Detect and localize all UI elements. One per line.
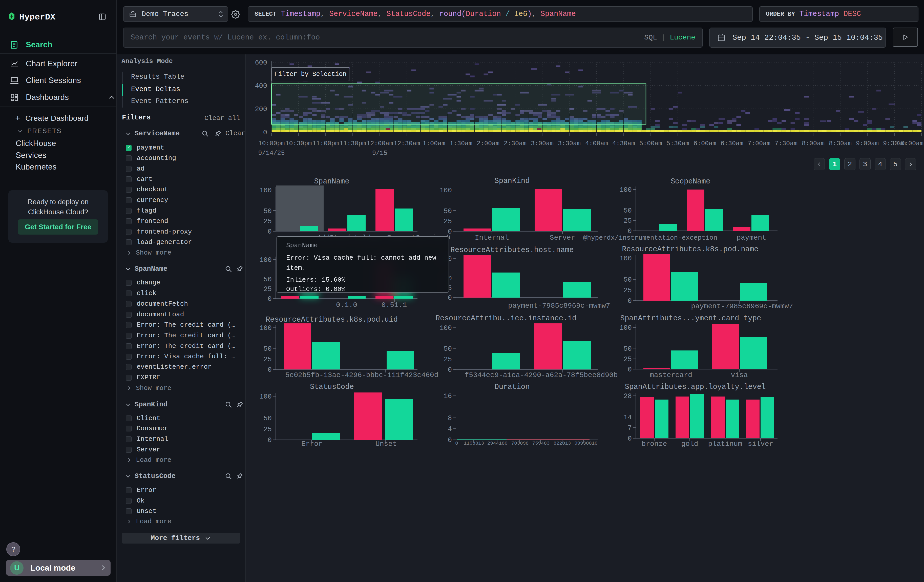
svg-text:100: 100 bbox=[259, 187, 272, 195]
svg-text:25: 25 bbox=[624, 217, 632, 225]
svg-text:payment-7985c8969c-mwmw7: payment-7985c8969c-mwmw7 bbox=[508, 302, 610, 310]
svg-text:0.51.1: 0.51.1 bbox=[381, 301, 407, 309]
svg-text:600: 600 bbox=[255, 59, 267, 66]
svg-text:50: 50 bbox=[264, 415, 272, 422]
svg-text:2:30am: 2:30am bbox=[504, 140, 526, 147]
svg-text:100: 100 bbox=[259, 393, 272, 401]
svg-text:@hyperdx/instrumentation-excep: @hyperdx/instrumentation-exception bbox=[583, 234, 718, 242]
svg-text:11:00pm: 11:00pm bbox=[312, 140, 339, 147]
svg-text:3:00am: 3:00am bbox=[531, 140, 554, 147]
svg-text:0: 0 bbox=[448, 366, 452, 374]
svg-text:0.1.0: 0.1.0 bbox=[336, 301, 357, 309]
svg-text:8: 8 bbox=[448, 414, 452, 422]
svg-text:SpanAttributes...yment.card_ty: SpanAttributes...yment.card_type bbox=[620, 314, 761, 323]
svg-text:50: 50 bbox=[264, 345, 272, 353]
svg-text:400: 400 bbox=[255, 82, 267, 90]
svg-text:11:30pm: 11:30pm bbox=[339, 140, 366, 147]
svg-text:28: 28 bbox=[624, 392, 632, 400]
svg-text:SpanAttributes.app.loyalty.lev: SpanAttributes.app.loyalty.level bbox=[625, 383, 766, 391]
svg-text:822013: 822013 bbox=[554, 440, 571, 446]
svg-text:25: 25 bbox=[444, 356, 452, 363]
svg-text:SpanKind: SpanKind bbox=[494, 177, 530, 185]
svg-text:0: 0 bbox=[268, 228, 272, 236]
svg-text:9/14/25: 9/14/25 bbox=[258, 150, 285, 157]
svg-text:4:00am: 4:00am bbox=[585, 140, 608, 147]
svg-text:25: 25 bbox=[264, 425, 272, 433]
svg-text:ResourceAttributes.k8s.pod.nam: ResourceAttributes.k8s.pod.name bbox=[622, 245, 759, 254]
svg-text:100: 100 bbox=[259, 325, 272, 332]
svg-text:5:30am: 5:30am bbox=[667, 140, 689, 147]
svg-text:Duration: Duration bbox=[494, 383, 530, 391]
svg-text:mastercard: mastercard bbox=[650, 371, 692, 379]
svg-text:25: 25 bbox=[624, 287, 632, 294]
svg-text:759483: 759483 bbox=[532, 440, 549, 446]
svg-text:ResourceAttribu..ice.instance.: ResourceAttribu..ice.instance.id bbox=[436, 314, 577, 323]
svg-text:50: 50 bbox=[624, 276, 632, 284]
svg-text:100: 100 bbox=[259, 256, 272, 264]
svg-text:0: 0 bbox=[628, 297, 632, 305]
svg-text:0: 0 bbox=[448, 228, 452, 236]
svg-text:10:00pm: 10:00pm bbox=[258, 140, 285, 147]
svg-text:1:30am: 1:30am bbox=[450, 140, 472, 147]
svg-text:50: 50 bbox=[264, 276, 272, 284]
svg-text:25: 25 bbox=[264, 285, 272, 293]
svg-text:1198813: 1198813 bbox=[464, 440, 484, 446]
svg-text:16: 16 bbox=[444, 392, 452, 400]
svg-text:ResourceAttributes.k8s.pod.uid: ResourceAttributes.k8s.pod.uid bbox=[266, 315, 398, 324]
svg-text:6:30am: 6:30am bbox=[721, 140, 743, 147]
svg-text:25: 25 bbox=[264, 218, 272, 225]
svg-text:703098: 703098 bbox=[512, 440, 528, 446]
svg-text:2944180: 2944180 bbox=[487, 440, 508, 446]
svg-text:9/15: 9/15 bbox=[372, 150, 387, 157]
svg-text:Server: Server bbox=[550, 234, 575, 242]
svg-text:8:30am: 8:30am bbox=[829, 140, 851, 147]
svg-text:200: 200 bbox=[255, 106, 267, 113]
svg-text:100: 100 bbox=[439, 325, 452, 332]
svg-text:12:00am: 12:00am bbox=[366, 140, 393, 147]
svg-text:Internal: Internal bbox=[475, 234, 509, 242]
svg-text:9:00am: 9:00am bbox=[856, 140, 879, 147]
svg-text:bronze: bronze bbox=[642, 440, 667, 448]
svg-text:f5344ec9-a1ea-4290-a62a-78f5be: f5344ec9-a1ea-4290-a62a-78f5bee8d90b bbox=[465, 371, 618, 379]
svg-text:SpanName: SpanName bbox=[314, 177, 349, 186]
svg-text:StatusCode: StatusCode bbox=[310, 383, 354, 391]
svg-text:3:30am: 3:30am bbox=[558, 140, 581, 147]
svg-text:2:00am: 2:00am bbox=[477, 140, 500, 147]
svg-text:0: 0 bbox=[268, 295, 272, 303]
svg-text:ScopeName: ScopeName bbox=[671, 177, 710, 186]
svg-text:4: 4 bbox=[448, 425, 452, 433]
svg-text:0: 0 bbox=[448, 437, 452, 444]
svg-text:100: 100 bbox=[619, 255, 632, 262]
svg-text:50: 50 bbox=[624, 345, 632, 353]
svg-text:99930810: 99930810 bbox=[574, 440, 597, 446]
svg-text:12:30am: 12:30am bbox=[393, 140, 420, 147]
svg-text:100: 100 bbox=[619, 186, 632, 194]
svg-text:Error: Error bbox=[301, 440, 323, 448]
svg-text:25: 25 bbox=[444, 218, 452, 225]
svg-text:7:00am: 7:00am bbox=[747, 140, 771, 147]
svg-text:Unset: Unset bbox=[375, 440, 397, 448]
svg-text:0: 0 bbox=[268, 366, 272, 374]
svg-text:payment: payment bbox=[736, 234, 766, 242]
svg-text:6:00am: 6:00am bbox=[693, 140, 716, 147]
svg-text:platinum: platinum bbox=[708, 440, 742, 448]
svg-text:0: 0 bbox=[628, 435, 632, 443]
svg-text:14: 14 bbox=[624, 414, 632, 421]
svg-text:0: 0 bbox=[263, 129, 267, 137]
svg-text:25: 25 bbox=[624, 356, 632, 363]
svg-text:100: 100 bbox=[439, 187, 452, 195]
svg-text:4:30am: 4:30am bbox=[612, 140, 635, 147]
svg-text:25: 25 bbox=[264, 356, 272, 363]
svg-text:8:00am: 8:00am bbox=[802, 140, 825, 147]
svg-text:ResourceAttributes.host.name: ResourceAttributes.host.name bbox=[450, 246, 574, 254]
svg-text:1:00am: 1:00am bbox=[422, 140, 445, 147]
svg-text:0: 0 bbox=[448, 294, 452, 302]
svg-text:5e02b5fb-13ae-4296-bbbc-111f42: 5e02b5fb-13ae-4296-bbbc-111f423c460d bbox=[285, 371, 439, 379]
svg-text:payment-7985c8969c-mwmw7: payment-7985c8969c-mwmw7 bbox=[691, 302, 793, 310]
svg-text:gold: gold bbox=[681, 440, 698, 448]
svg-text:10:30pm: 10:30pm bbox=[285, 140, 312, 147]
svg-text:0: 0 bbox=[628, 366, 632, 374]
svg-text:7: 7 bbox=[628, 424, 632, 432]
svg-text:50: 50 bbox=[444, 345, 452, 353]
svg-text:silver: silver bbox=[748, 440, 774, 448]
